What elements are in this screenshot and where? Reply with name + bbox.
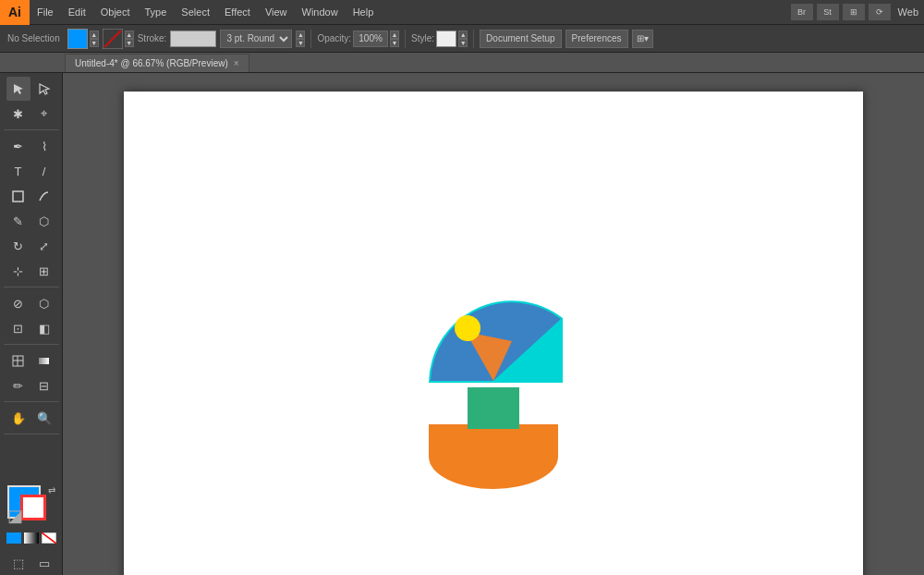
stroke-pt-select[interactable]: 3 pt. Round [220, 30, 292, 48]
arrange-button[interactable]: ⊞▾ [632, 30, 653, 48]
tool-div-5 [4, 434, 59, 434]
tool-row-14: ⬚ ▭ [6, 551, 56, 575]
stroke-color-rect-tool[interactable] [20, 495, 46, 520]
stroke-spinner-up[interactable]: ▲ [125, 31, 134, 39]
stroke-pt-down[interactable]: ▼ [296, 39, 305, 47]
perspective-select[interactable]: ◧ [32, 316, 56, 340]
eyedropper[interactable]: ✏ [6, 373, 30, 398]
curvature-tool[interactable]: ⌇ [32, 134, 56, 158]
svg-line-0 [104, 31, 121, 47]
fill-spinner-down[interactable]: ▼ [90, 39, 99, 47]
canvas-area[interactable] [63, 73, 924, 575]
shape-builder[interactable]: ⊘ [6, 291, 30, 315]
lasso-tool[interactable]: ⌖ [32, 102, 56, 126]
stroke-color-rect[interactable] [170, 31, 216, 47]
doc-setup-button[interactable]: Document Setup [480, 30, 562, 48]
default-colors-btn[interactable]: ◪ [7, 506, 23, 526]
tool-row-13: ✋ 🔍 [6, 406, 56, 430]
svg-marker-2 [14, 84, 23, 94]
draw-mode[interactable]: ⬚ [6, 551, 30, 575]
menu-select[interactable]: Select [174, 0, 217, 25]
screen-mode[interactable]: ▭ [32, 551, 56, 575]
tool-div-4 [4, 401, 59, 402]
stroke-spinner-down[interactable]: ▼ [125, 39, 134, 47]
tool-row-9: ⊘ ⬡ [6, 291, 56, 315]
web-label: Web [898, 6, 918, 18]
menu-window[interactable]: Window [295, 0, 346, 25]
menu-type[interactable]: Type [138, 0, 175, 25]
menu-view[interactable]: View [258, 0, 295, 25]
menu-effect[interactable]: Effect [217, 0, 258, 25]
menu-file[interactable]: File [30, 0, 61, 25]
opacity-down[interactable]: ▼ [390, 39, 399, 47]
direct-selection-tool[interactable] [32, 77, 56, 101]
rectangle-tool[interactable] [6, 184, 30, 208]
fill-spinner-up[interactable]: ▲ [90, 31, 99, 39]
scale-tool[interactable]: ⤢ [32, 234, 56, 258]
style-swatch[interactable] [436, 31, 456, 47]
preferences-button[interactable]: Preferences [565, 30, 628, 48]
menu-right: Br St ⊞ ⟳ Web [791, 4, 924, 20]
tab-bar: Untitled-4* @ 66.67% (RGB/Preview) × [0, 53, 924, 73]
opacity-section: Opacity: ▲ ▼ [317, 31, 399, 47]
opacity-input[interactable] [353, 31, 388, 47]
fill-swatch[interactable] [67, 29, 88, 49]
svg-rect-8 [39, 358, 49, 364]
zoom-tool[interactable]: 🔍 [32, 406, 56, 430]
measure-tool[interactable]: ⊟ [32, 373, 56, 398]
tool-row-8: ⊹ ⊞ [6, 259, 56, 283]
stock-button[interactable]: St [817, 4, 839, 20]
type-tool[interactable]: T [6, 159, 30, 183]
mesh-tool[interactable] [6, 349, 30, 373]
opacity-up[interactable]: ▲ [390, 31, 399, 39]
line-tool[interactable]: / [32, 159, 56, 183]
free-transform[interactable]: ⊞ [32, 259, 56, 283]
svg-marker-3 [40, 84, 49, 94]
stroke-label: Stroke: [138, 33, 167, 43]
style-label: Style: [411, 33, 434, 43]
fill-spinner: ▲ ▼ [90, 31, 99, 47]
paintbrush-tool[interactable] [32, 184, 56, 208]
main-area: ✱ ⌖ ✒ ⌇ T / ✎ ⬡ ↻ ⤢ ⊹ ⊞ [0, 73, 924, 575]
svg-point-17 [455, 315, 480, 341]
sync-button[interactable]: ⟳ [869, 4, 891, 20]
gradient-btn[interactable] [23, 532, 39, 544]
swap-colors-btn[interactable]: ⇄ [48, 485, 55, 495]
artboard [124, 92, 863, 575]
style-up[interactable]: ▲ [458, 31, 468, 39]
stroke-pt-up[interactable]: ▲ [296, 31, 305, 39]
rotate-tool[interactable]: ↻ [6, 234, 30, 258]
puppet-warp[interactable]: ⊹ [6, 259, 30, 283]
menu-object[interactable]: Object [93, 0, 138, 25]
bridge-icons: Br St ⊞ ⟳ [791, 4, 891, 20]
menu-items: File Edit Object Type Select Effect View… [30, 0, 791, 25]
workspace-switcher[interactable]: ⊞ [843, 4, 865, 20]
gradient-tool[interactable] [32, 349, 56, 373]
live-paint[interactable]: ⬡ [32, 291, 56, 315]
sep3 [473, 30, 474, 48]
menu-edit[interactable]: Edit [61, 0, 93, 25]
hand-tool[interactable]: ✋ [6, 406, 30, 430]
ai-logo: Ai [0, 0, 30, 25]
stroke-pt-spinner: ▲ ▼ [296, 31, 305, 47]
stroke-indicator[interactable] [103, 29, 123, 49]
magic-wand-tool[interactable]: ✱ [6, 102, 30, 126]
svg-rect-9 [6, 532, 21, 544]
opacity-spinner: ▲ ▼ [390, 31, 399, 47]
selection-label: No Selection [4, 33, 64, 43]
no-fill-btn[interactable] [41, 532, 56, 544]
solid-color-btn[interactable] [6, 532, 21, 544]
bridge-button[interactable]: Br [791, 4, 813, 20]
perspective-grid[interactable]: ⊡ [6, 316, 30, 340]
eraser-tool[interactable]: ⬡ [32, 209, 56, 233]
svg-rect-10 [24, 532, 39, 544]
tab-close[interactable]: × [234, 58, 239, 68]
tool-row-3: ✒ ⌇ [6, 134, 56, 158]
pencil-tool[interactable]: ✎ [6, 209, 30, 233]
pen-tool[interactable]: ✒ [6, 134, 30, 158]
selection-tool[interactable] [6, 77, 30, 101]
menu-help[interactable]: Help [346, 0, 382, 25]
tool-row-5 [6, 184, 56, 208]
style-down[interactable]: ▼ [458, 39, 468, 47]
document-tab[interactable]: Untitled-4* @ 66.67% (RGB/Preview) × [65, 54, 249, 72]
